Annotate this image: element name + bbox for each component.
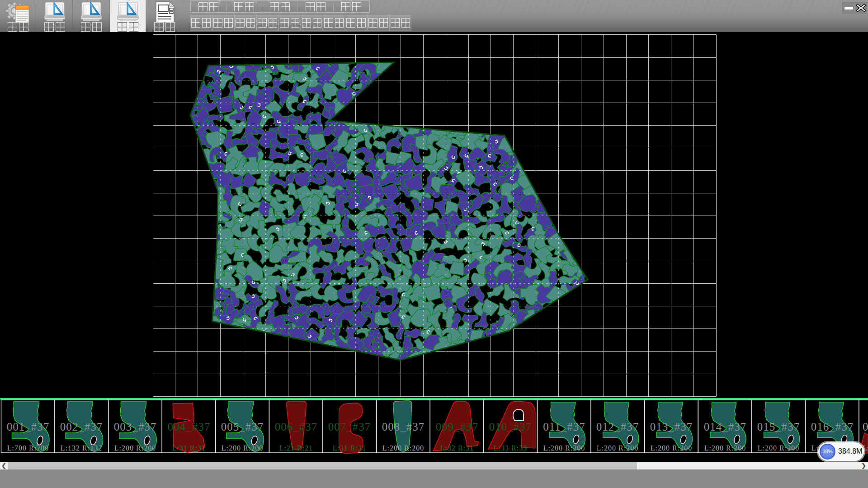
svg-text:009_#37: 009_#37 [436, 421, 479, 433]
svg-text:L:200 R:200: L:200 R:200 [543, 444, 585, 452]
svg-text:015_#37: 015_#37 [757, 421, 800, 433]
svg-text:L:31 R:31: L:31 R:31 [333, 444, 366, 452]
svg-text:016_#37: 016_#37 [811, 421, 854, 433]
svg-text:L:200 R:200: L:200 R:200 [651, 444, 692, 452]
svg-text:007_#37: 007_#37 [328, 421, 371, 433]
svg-text:006_#37: 006_#37 [275, 421, 318, 433]
svg-text:L:200 R:200: L:200 R:200 [758, 444, 799, 452]
svg-text:L:200 R:200: L:200 R:200 [597, 444, 638, 452]
svg-text:L:200 R:200: L:200 R:200 [704, 444, 746, 452]
svg-text:L:200 R:200: L:200 R:200 [222, 444, 263, 452]
svg-text:L:21 R:21: L:21 R:21 [279, 444, 313, 452]
svg-text:L:33 R:33: L:33 R:33 [494, 444, 527, 452]
svg-text:001_#37: 001_#37 [7, 421, 50, 433]
svg-text:L:700 R:700: L:700 R:700 [7, 444, 49, 452]
svg-text:005_#37: 005_#37 [221, 421, 264, 433]
svg-text:002_#37: 002_#37 [60, 421, 103, 433]
svg-text:012_#37: 012_#37 [596, 421, 639, 433]
svg-text:L:31 R:31: L:31 R:31 [172, 444, 206, 452]
svg-text:003_#37: 003_#37 [114, 421, 157, 433]
svg-text:014_#37: 014_#37 [704, 421, 747, 433]
svg-text:004_#37: 004_#37 [168, 421, 211, 433]
svg-text:L:132 R:132: L:132 R:132 [61, 444, 102, 452]
svg-text:L:32 R:31: L:32 R:31 [440, 444, 474, 452]
svg-text:008_#37: 008_#37 [382, 421, 425, 433]
svg-text:010_#37: 010_#37 [489, 421, 532, 433]
svg-text:011_#37: 011_#37 [543, 421, 585, 433]
svg-text:017_#37: 017_#37 [863, 421, 868, 433]
svg-text:L:200 R:200: L:200 R:200 [382, 444, 424, 452]
svg-text:L:200 R:200: L:200 R:200 [114, 444, 156, 452]
svg-text:013_#37: 013_#37 [650, 421, 693, 433]
